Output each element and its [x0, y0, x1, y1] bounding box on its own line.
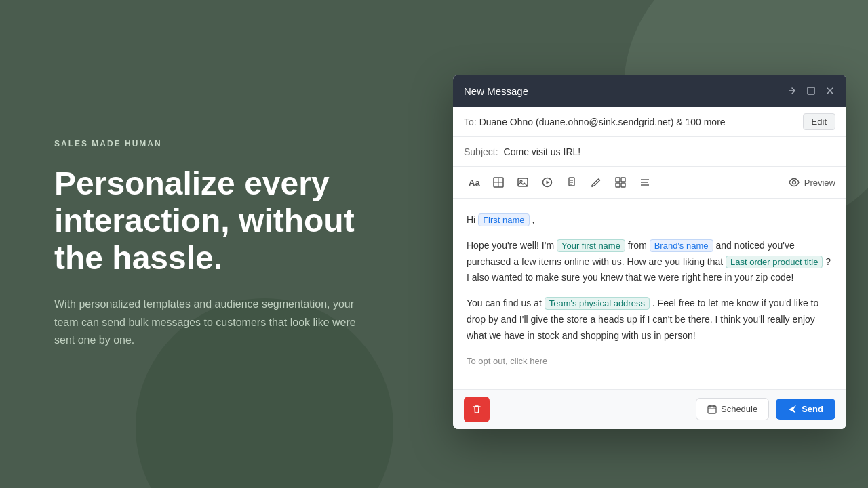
address-tag[interactable]: Team's physical address [545, 297, 650, 310]
text-format-icon[interactable]: Aa [464, 172, 484, 192]
headline: Personalize every interaction, without t… [54, 165, 366, 277]
svg-point-6 [520, 180, 522, 182]
svg-rect-14 [616, 183, 620, 187]
image-icon[interactable] [513, 172, 533, 192]
grid-icon[interactable] [610, 172, 631, 192]
align-icon[interactable] [635, 172, 655, 192]
svg-rect-15 [621, 183, 625, 187]
line1-pre: Hope you're well! I'm [467, 240, 554, 251]
line2-pre: You can find us at [467, 298, 542, 308]
to-input[interactable] [479, 117, 803, 127]
email-compose-window: New Message To: Edit [453, 75, 846, 429]
first-name-tag[interactable]: First name [478, 214, 529, 226]
delete-button[interactable] [464, 396, 490, 422]
preview-label: Preview [804, 178, 835, 188]
window-controls [787, 85, 835, 96]
to-row: To: Edit [453, 107, 846, 137]
footer-right: Schedule Send [696, 398, 835, 420]
schedule-button[interactable]: Schedule [696, 398, 769, 420]
email-window-title: New Message [464, 85, 528, 97]
tagline: SALES MADE HUMAN [54, 139, 366, 148]
minimize-icon[interactable] [787, 85, 797, 96]
pen-icon[interactable] [586, 172, 606, 192]
eye-icon [788, 176, 800, 188]
edit-button[interactable]: Edit [803, 113, 835, 130]
svg-text:Aa: Aa [469, 178, 480, 188]
email-body-line2: You can find us at Team's physical addre… [467, 296, 833, 344]
subject-row: Subject: [453, 137, 846, 167]
send-button[interactable]: Send [776, 399, 835, 420]
hi-text: Hi [467, 214, 478, 225]
click-here-link[interactable]: click here [510, 356, 547, 366]
subject-input[interactable] [504, 146, 835, 157]
to-label: To: [464, 117, 477, 127]
email-body-line1: Hope you're well! I'm Your first name fr… [467, 238, 833, 286]
line1-from: from [628, 240, 647, 251]
email-footer: Schedule Send [453, 389, 846, 429]
brands-name-tag[interactable]: Brand's name [650, 239, 713, 252]
table-icon[interactable] [488, 172, 509, 192]
your-first-name-tag[interactable]: Your first name [557, 239, 625, 252]
expand-icon[interactable] [806, 85, 816, 96]
svg-rect-20 [708, 406, 716, 413]
schedule-label: Schedule [721, 404, 757, 414]
svg-rect-12 [616, 178, 620, 182]
opt-out-label: To opt out, [467, 356, 508, 366]
last-order-tag[interactable]: Last order product title [726, 256, 823, 268]
opt-out-text: To opt out, click here [467, 354, 833, 369]
svg-point-19 [792, 181, 795, 184]
comma-text: , [532, 214, 534, 225]
email-body[interactable]: Hi First name , Hope you're well! I'm Yo… [453, 199, 846, 389]
subtext: With personalized templates and audience… [54, 296, 366, 349]
email-header: New Message [453, 75, 846, 107]
left-panel: SALES MADE HUMAN Personalize every inter… [0, 0, 420, 488]
email-greeting: Hi First name , [467, 212, 833, 228]
svg-rect-0 [808, 87, 814, 94]
preview-button[interactable]: Preview [788, 176, 835, 188]
svg-rect-13 [621, 178, 625, 182]
email-toolbar: Aa [453, 167, 846, 199]
close-icon[interactable] [825, 85, 835, 96]
attachment-icon[interactable] [561, 172, 582, 192]
subject-label: Subject: [464, 146, 498, 157]
send-label: Send [802, 404, 823, 414]
video-icon[interactable] [537, 172, 557, 192]
